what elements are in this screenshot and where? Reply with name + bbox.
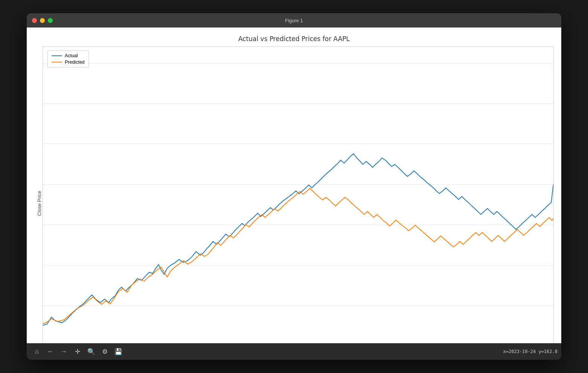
- chart-inner: Actual Predicted: [43, 46, 554, 343]
- actual-legend-line: [52, 55, 62, 57]
- settings-button[interactable]: ⚙: [98, 345, 111, 358]
- save-button[interactable]: 💾: [112, 345, 125, 358]
- toolbar: ⌂ ← → ✛ 🔍 ⚙ 💾 x=2023-10-24 y=162.8: [27, 343, 561, 360]
- predicted-legend-label: Predicted: [65, 60, 85, 65]
- title-bar: Figure 1: [27, 13, 561, 28]
- close-button[interactable]: [32, 18, 37, 23]
- coordinates-display: x=2023-10-24 y=162.8: [503, 349, 558, 354]
- chart-container: Actual vs Predicted Prices for AAPL Clos…: [27, 28, 561, 343]
- chart-legend: Actual Predicted: [47, 50, 89, 67]
- window-title: Figure 1: [285, 18, 303, 23]
- forward-button[interactable]: →: [58, 345, 70, 358]
- back-button[interactable]: ←: [44, 345, 57, 358]
- actual-legend-label: Actual: [65, 53, 78, 58]
- content-area: Actual vs Predicted Prices for AAPL Clos…: [27, 28, 561, 343]
- traffic-lights: [32, 18, 53, 23]
- legend-actual: Actual: [52, 53, 85, 58]
- maximize-button[interactable]: [48, 18, 53, 23]
- y-axis-label: Close Price: [34, 46, 43, 343]
- app-window: Figure 1 Actual vs Predicted Prices for …: [27, 13, 561, 360]
- legend-predicted: Predicted: [52, 60, 85, 65]
- actual-price-line: [43, 78, 553, 326]
- zoom-button[interactable]: 🔍: [85, 345, 97, 358]
- predicted-price-line: [43, 123, 553, 324]
- predicted-legend-line: [52, 62, 62, 63]
- minimize-button[interactable]: [40, 18, 45, 23]
- chart-svg: 50 75 100 125 150 175 200 225: [43, 47, 553, 343]
- grid: [43, 63, 553, 343]
- chart-wrapper: Close Price Actual Predicted: [34, 46, 554, 343]
- pan-button[interactable]: ✛: [71, 345, 84, 358]
- home-button[interactable]: ⌂: [30, 345, 43, 358]
- chart-title: Actual vs Predicted Prices for AAPL: [238, 35, 350, 43]
- plot-area[interactable]: Actual Predicted: [43, 46, 554, 343]
